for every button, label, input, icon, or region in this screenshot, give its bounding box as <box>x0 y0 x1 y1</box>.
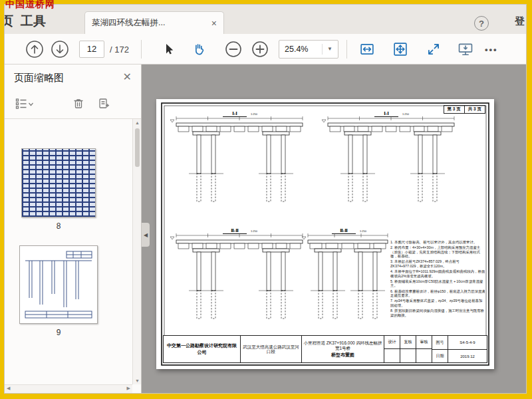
document-tab-title: 菜湖四环线左幅拼... <box>92 17 206 29</box>
page-total-label: / 172 <box>110 44 129 54</box>
toolbar: 12 / 172 25.4% ▼ <box>5 34 526 65</box>
note-line: 3. 本桥起点桩号ZK374+857.029，终点桩号ZK374+977.029… <box>390 259 485 269</box>
more-tools-button[interactable]: ••• <box>485 44 498 54</box>
thumbnails-horizontal-scrollbar[interactable]: ◀ ▶ <box>5 384 132 393</box>
note-line: 2. 桥跨布置：4×30+4×30m，上部结构采用预应力混凝土（后张）小箱梁，先… <box>390 245 485 259</box>
design-label: 设计 <box>384 336 400 349</box>
page-number-input[interactable]: 12 <box>79 41 104 58</box>
view-scale: 1:250 <box>402 112 410 116</box>
zoom-in-button[interactable] <box>251 40 269 59</box>
presentation-button[interactable] <box>457 41 474 58</box>
sheet-meta: 图号 S4-5-4-9 日期 2019.12 <box>432 336 487 362</box>
thumbnail-label: 8 <box>57 221 61 231</box>
content-area: 页面缩略图 ✕ <box>5 65 526 393</box>
thumbnail-page-8[interactable]: 8 <box>21 148 96 231</box>
thumbnail-image <box>19 245 98 324</box>
thumbnail-page-9[interactable]: 9 <box>19 245 98 337</box>
view-label: Ⅰ-Ⅰ <box>232 111 237 116</box>
panel-header: 页面缩略图 ✕ <box>5 65 141 91</box>
zoom-level-value: 25.4% <box>285 45 308 54</box>
panel-title: 页面缩略图 <box>14 72 64 84</box>
zoom-out-button[interactable] <box>224 40 243 59</box>
sheet-page-label: 第 3 页 <box>444 106 464 113</box>
watermark: 中国道桥网 <box>5 0 55 11</box>
panel-toolbar <box>5 91 141 119</box>
note-line: 4. 本桥平面位于R=1011.929m圆曲线及缓和曲线段内，桥面横坡由2%渐变… <box>390 269 485 279</box>
view-label: Ⅱ-Ⅱ <box>231 228 239 233</box>
scroll-up-icon[interactable]: ▲ <box>133 120 141 125</box>
panel-collapse-button[interactable]: ◀ <box>142 223 150 247</box>
sheet-no-label: 图号 <box>432 336 448 349</box>
view-scale: 1:250 <box>251 229 258 233</box>
thumbnail-label: 9 <box>57 328 61 337</box>
sheet-total-label: 共 3 页 <box>464 106 485 113</box>
thumbnails-vertical-scrollbar[interactable]: ▲ ▼ <box>132 119 141 384</box>
date-value: 2019.12 <box>448 350 487 362</box>
hand-tool-button[interactable] <box>191 41 207 57</box>
thumbnails-panel: 页面缩略图 ✕ <box>5 65 142 393</box>
fullscreen-button[interactable] <box>425 41 442 58</box>
view-label: Ⅰ-Ⅰ <box>384 111 389 116</box>
check-label: 复核 <box>400 336 416 349</box>
panel-close-icon[interactable]: ✕ <box>123 70 132 83</box>
review-label: 审核 <box>416 336 432 349</box>
company-name: 中交第一公路勘察设计研究院有限公司 <box>164 336 241 362</box>
thumbnail-list: 8 <box>5 119 141 384</box>
ribbon-tab-tools[interactable]: 工具 <box>21 13 46 30</box>
fit-width-button[interactable] <box>358 41 376 58</box>
sheet-no-value: S4-5-4-9 <box>448 336 487 349</box>
fit-page-button[interactable] <box>392 41 409 58</box>
zoom-level-select[interactable]: 25.4% ▼ <box>279 40 338 59</box>
document-tab[interactable]: 菜湖四环线左幅拼... × <box>84 11 224 34</box>
ribbon-tab-partial[interactable]: 页 <box>4 13 13 30</box>
note-line: 6. 桩基础按摩擦桩设计，桩径φ150，桩底进入持力层深度满足规范要求。 <box>390 289 485 299</box>
sheet-number-box: 第 3 页 共 3 页 <box>444 105 485 114</box>
drawing-title-line2: 桥型布置图 <box>331 352 354 358</box>
drawing-notes: 1. 本图尺寸除标高、桩号以米计外，其余均以厘米计。 2. 桥跨布置：4×30+… <box>390 240 485 331</box>
select-tool-button[interactable] <box>161 42 176 57</box>
scrollbar-thumb[interactable] <box>135 128 140 167</box>
review-cell: 审核 <box>416 336 432 362</box>
title-block: 中交第一公路勘察设计研究院有限公司 武汉至大悟高速公路武汉至河口段 小里程匝道 … <box>163 335 487 363</box>
note-line: 7. zp34号墩采用整体式盖梁，zp34、zp39号墩位处桩基加固处理。 <box>390 299 485 308</box>
page-organize-icon[interactable] <box>96 96 111 114</box>
pdf-reader-window: 页 工具 菜湖四环线左幅拼... × ? 登 12 / 172 <box>4 4 527 394</box>
delete-page-button[interactable] <box>71 96 86 114</box>
scroll-down-icon[interactable]: ▼ <box>133 378 141 383</box>
note-line: 1. 本图尺寸除标高、桩号以米计外，其余均以厘米计。 <box>390 240 485 245</box>
view-scale: 1:250 <box>251 112 258 116</box>
note-line: 5. 桥面铺装采用10cm厚C50防水混凝土＋10cm厚沥青混凝土。 <box>390 279 485 289</box>
chevron-down-icon: ▼ <box>322 44 332 55</box>
date-label: 日期 <box>432 350 448 362</box>
help-icon[interactable]: ? <box>474 16 489 31</box>
thumbnail-options-button[interactable] <box>14 96 34 114</box>
tab-close-icon[interactable]: × <box>211 18 217 29</box>
project-name: 武汉至大悟高速公路武汉至河口段 <box>241 336 302 362</box>
scroll-left-icon[interactable]: ◀ <box>7 386 10 391</box>
document-viewport[interactable]: ◀ <box>142 65 526 393</box>
view-label: Ⅱ-Ⅱ <box>340 228 348 233</box>
tab-bar: 页 工具 菜湖四环线左幅拼... × ? 登 <box>5 5 526 34</box>
app-frame: 中国道桥网 页 工具 菜湖四环线左幅拼... × ? 登 12 / 172 <box>0 0 532 399</box>
scroll-right-icon[interactable]: ▶ <box>127 386 130 391</box>
toolbar-divider <box>346 40 347 59</box>
note-line: 8. 拼宽段新旧桥梁间设纵向湿接缝，施工时应注意与既有桥梁的顺接。 <box>390 309 485 318</box>
toolbar-divider <box>141 40 142 59</box>
check-cell: 复核 <box>400 336 416 362</box>
drawing-title: 小里程匝道 ZK37+916.000 四环线左幅拼宽1号桥 桥型布置图 <box>302 336 384 362</box>
drawing-title-line1: 小里程匝道 ZK37+916.000 四环线左幅拼宽1号桥 <box>303 340 382 351</box>
page-up-button[interactable] <box>25 39 45 59</box>
page-down-button[interactable] <box>50 39 70 59</box>
thumbnail-image <box>21 148 96 217</box>
login-button[interactable]: 登 <box>515 15 527 28</box>
pdf-page[interactable]: Ⅰ-Ⅰ 1:250 Ⅰ-Ⅰ 1:250 <box>156 99 494 369</box>
view-scale: 1:250 <box>360 229 367 233</box>
design-cell: 设计 <box>384 336 400 362</box>
